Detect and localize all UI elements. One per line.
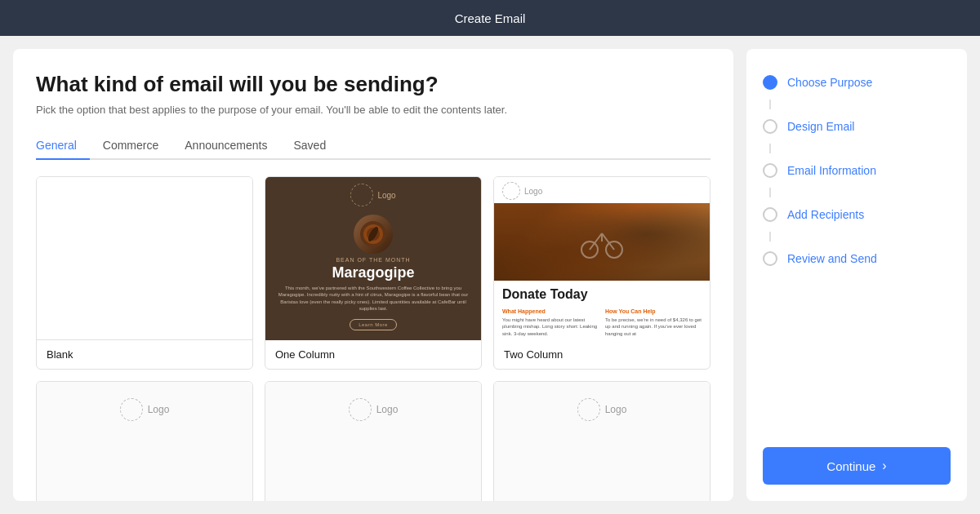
tab-saved[interactable]: Saved xyxy=(280,132,339,160)
two-col-col1-title: What Happened xyxy=(502,308,599,314)
template-blank[interactable]: Blank xyxy=(36,176,253,370)
one-col-title: Maragogipe xyxy=(332,264,414,281)
logo-placeholder-5: Logo xyxy=(349,390,399,426)
template-label-blank: Blank xyxy=(37,340,252,369)
one-col-body: This month, we've partnered with the Sou… xyxy=(265,281,481,316)
templates-grid: Blank Logo xyxy=(36,176,710,501)
step-label-email-information: Email Information xyxy=(787,164,876,177)
step-dot-review-and-send xyxy=(763,251,777,266)
template-two-column[interactable]: Logo xyxy=(493,176,710,370)
one-col-logo-text: Logo xyxy=(377,191,395,200)
template-preview-logo-5: Logo xyxy=(265,382,481,501)
step-dot-add-recipients xyxy=(763,207,777,222)
top-bar: Create Email xyxy=(0,0,980,36)
step-choose-purpose[interactable]: Choose Purpose xyxy=(763,65,951,100)
template-label-two-column: Two Column xyxy=(494,340,710,369)
step-design-email[interactable]: Design Email xyxy=(763,109,951,144)
template-logo-5[interactable]: Logo xyxy=(265,381,482,501)
left-panel: What kind of email will you be sending? … xyxy=(13,49,733,501)
step-label-design-email: Design Email xyxy=(787,120,854,133)
continue-label: Continue xyxy=(826,459,875,473)
logo-placeholder-6: Logo xyxy=(577,390,627,426)
tabs-bar: General Commerce Announcements Saved xyxy=(36,132,710,160)
step-dot-choose-purpose xyxy=(763,75,777,90)
step-review-and-send[interactable]: Review and Send xyxy=(763,241,951,276)
step-divider-1 xyxy=(769,100,771,109)
chevron-right-icon: › xyxy=(882,459,886,473)
template-logo-6[interactable]: Logo xyxy=(493,381,710,501)
one-col-subtitle: Bean of the Month xyxy=(336,257,410,263)
step-divider-3 xyxy=(769,188,771,197)
page-title: Create Email xyxy=(455,11,526,25)
template-one-column[interactable]: Logo Bean of the Month Maragogipe xyxy=(265,176,482,370)
step-dot-design-email xyxy=(763,119,777,134)
two-col-col2-title: How You Can Help xyxy=(605,308,702,314)
logo-placeholder-4: Logo xyxy=(120,390,170,426)
template-preview-two-column: Logo xyxy=(494,177,710,340)
template-preview-logo-6: Logo xyxy=(494,382,710,501)
step-label-choose-purpose: Choose Purpose xyxy=(787,76,872,89)
tab-general[interactable]: General xyxy=(36,132,90,160)
step-dot-email-information xyxy=(763,163,777,178)
tab-commerce[interactable]: Commerce xyxy=(90,132,172,160)
step-label-review-and-send: Review and Send xyxy=(787,252,877,265)
two-col-title: Donate Today xyxy=(494,281,710,305)
right-panel: Choose Purpose Design Email Email Inform… xyxy=(746,49,967,501)
step-divider-4 xyxy=(769,232,771,241)
step-label-add-recipients: Add Recipients xyxy=(787,208,864,221)
tab-announcements[interactable]: Announcements xyxy=(172,132,280,160)
template-logo-4[interactable]: Logo xyxy=(36,381,253,501)
one-col-learn-more: Learn More xyxy=(350,319,397,330)
step-email-information[interactable]: Email Information xyxy=(763,153,951,188)
two-col-logo-text: Logo xyxy=(524,187,542,196)
continue-button[interactable]: Continue › xyxy=(763,447,951,485)
two-col-col1-body: You might have heard about our latest pl… xyxy=(502,317,599,337)
step-divider-2 xyxy=(769,144,771,153)
panel-title: What kind of email will you be sending? xyxy=(36,72,710,97)
template-preview-blank xyxy=(37,177,252,340)
main-content: What kind of email will you be sending? … xyxy=(0,36,980,514)
template-label-one-column: One Column xyxy=(265,340,481,369)
template-preview-one-column: Logo Bean of the Month Maragogipe xyxy=(265,177,481,340)
step-list: Choose Purpose Design Email Email Inform… xyxy=(763,65,951,434)
two-col-col2-body: To be precise, we're in need of $4,326 t… xyxy=(605,317,702,337)
step-add-recipients[interactable]: Add Recipients xyxy=(763,197,951,232)
template-preview-logo-4: Logo xyxy=(37,382,252,501)
panel-subtitle: Pick the option that best applies to the… xyxy=(36,104,710,116)
